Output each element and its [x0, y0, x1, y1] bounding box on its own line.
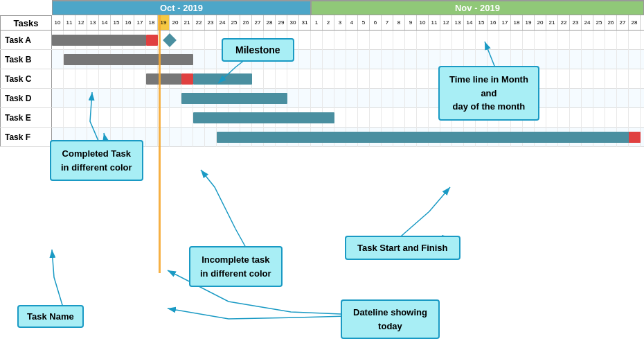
task-name-cell: Task D [0, 89, 52, 107]
day-cell-5: 5 [358, 15, 370, 30]
day-cell-27: 27 [617, 15, 629, 30]
grid-cell [75, 108, 87, 128]
grid-cell [593, 50, 605, 69]
day-cell-18: 18 [511, 15, 523, 30]
grid-cell [170, 108, 181, 128]
grid-cell [123, 89, 134, 108]
grid-cell [87, 89, 99, 108]
grid-cell [582, 69, 593, 89]
task-timeline [52, 69, 644, 89]
day-cell-26: 26 [605, 15, 617, 30]
grid-cell [52, 108, 64, 128]
grid-cell [170, 89, 181, 108]
grid-cell [358, 31, 370, 50]
grid-cell [146, 128, 158, 147]
grid-cell [370, 69, 382, 89]
grid-cell [323, 89, 334, 108]
grid-cell [334, 89, 346, 108]
grid-cell [605, 69, 617, 89]
grid-cell [629, 69, 641, 89]
day-cell-13: 13 [452, 15, 464, 30]
grid-cell [405, 31, 417, 50]
grid-cell [382, 50, 393, 69]
grid-cell [264, 69, 276, 89]
grid-cell [111, 89, 123, 108]
day-cell-12: 12 [75, 15, 87, 30]
grid-cell [393, 89, 405, 108]
task-timeline [52, 108, 644, 128]
grid-cell [546, 108, 558, 128]
incomplete-task-callout: Incomplete taskin different color [189, 246, 283, 287]
timeline-callout: Time line in Monthandday of the month [438, 66, 539, 121]
grid-cell [605, 89, 617, 108]
grid-cell [134, 108, 146, 128]
task-timeline [52, 89, 644, 108]
task-name-cell: Task B [0, 50, 52, 69]
grid-cell [523, 31, 535, 50]
day-cell-29: 29 [276, 15, 287, 30]
grid-cell [358, 108, 370, 128]
grid-cell [546, 89, 558, 108]
day-cell-22: 22 [193, 15, 205, 30]
day-cell-21: 21 [181, 15, 193, 30]
grid-cell [546, 31, 558, 50]
grid-cell [605, 31, 617, 50]
dateline-callout: Dateline showingtoday [341, 299, 440, 339]
grid-cell [64, 108, 75, 128]
day-cell-27: 27 [252, 15, 264, 30]
grid-cell [570, 89, 582, 108]
grid-cell [358, 69, 370, 89]
day-cell-16: 16 [488, 15, 499, 30]
grid-cell [346, 69, 358, 89]
grid-cell [193, 128, 205, 147]
grid-cell [405, 108, 417, 128]
day-cell-14: 14 [99, 15, 111, 30]
day-cell-4: 4 [346, 15, 358, 30]
task-name-cell: Task C [0, 69, 52, 88]
day-cell-2: 2 [323, 15, 334, 30]
task-bar-complete [52, 35, 146, 46]
task-name-cell: Task A [0, 31, 52, 49]
grid-cell [558, 89, 570, 108]
day-cell-23: 23 [205, 15, 217, 30]
grid-cell [582, 50, 593, 69]
task-bar-red [146, 35, 158, 46]
day-cell-24: 24 [582, 15, 593, 30]
grid-cell [417, 69, 429, 89]
gantt-container: Oct - 2019 Nov - 2019 Tasks 101112131415… [0, 0, 644, 357]
task-start-finish-callout: Task Start and Finish [345, 236, 460, 260]
grid-cell [346, 50, 358, 69]
grid-cell [299, 69, 311, 89]
grid-cell [593, 89, 605, 108]
grid-cell [334, 69, 346, 89]
grid-cell [334, 31, 346, 50]
milestone-callout: Milestone [222, 38, 294, 62]
grid-cell [617, 89, 629, 108]
grid-cell [405, 89, 417, 108]
day-cell-13: 13 [87, 15, 99, 30]
day-cell-22: 22 [558, 15, 570, 30]
grid-cell [134, 89, 146, 108]
grid-cell [311, 50, 323, 69]
grid-cell [617, 31, 629, 50]
task-bar-complete [146, 73, 181, 85]
grid-cell [570, 69, 582, 89]
grid-cell [181, 31, 193, 50]
grid-cell [370, 50, 382, 69]
grid-cell [617, 50, 629, 69]
grid-cell [452, 31, 464, 50]
grid-cell [170, 128, 181, 147]
grid-cell [476, 31, 488, 50]
grid-cell [605, 108, 617, 128]
grid-cell [99, 69, 111, 89]
grid-cell [593, 31, 605, 50]
grid-cell [370, 89, 382, 108]
grid-cell [535, 31, 546, 50]
grid-cell [629, 50, 641, 69]
grid-cell [405, 50, 417, 69]
grid-cell [558, 50, 570, 69]
grid-cell [417, 50, 429, 69]
grid-cell [558, 69, 570, 89]
grid-cell [382, 108, 393, 128]
grid-cell [287, 89, 299, 108]
